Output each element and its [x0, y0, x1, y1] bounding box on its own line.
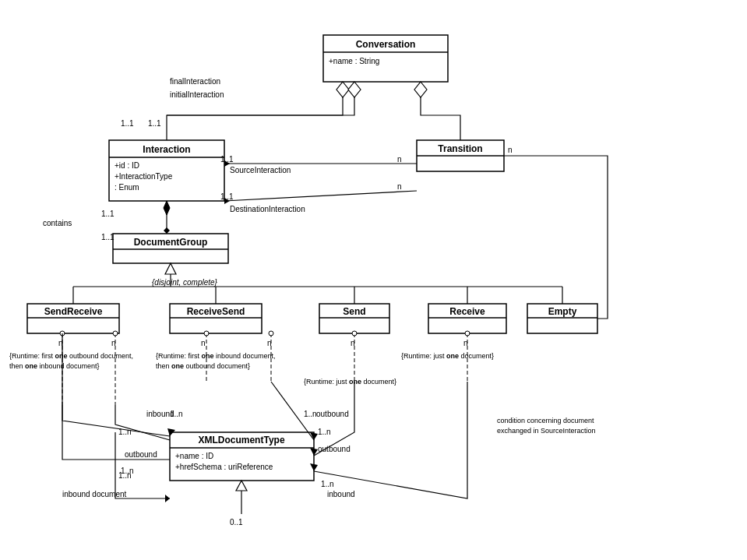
svg-point-73 — [113, 331, 118, 336]
svg-marker-36 — [337, 82, 349, 97]
svg-text:ReceiveSend: ReceiveSend — [187, 306, 245, 317]
svg-text:Empty: Empty — [548, 306, 577, 317]
svg-marker-38 — [348, 82, 361, 97]
svg-point-82 — [352, 331, 357, 336]
svg-text:1..1: 1..1 — [220, 192, 234, 201]
svg-line-47 — [224, 191, 417, 201]
svg-text:{Runtime: just one document}: {Runtime: just one document} — [304, 378, 396, 386]
svg-text:n: n — [111, 339, 116, 347]
svg-text:: Enum: : Enum — [115, 183, 139, 192]
svg-text:outbound: outbound — [318, 445, 351, 453]
svg-text:0..1: 0..1 — [230, 518, 243, 527]
svg-point-79 — [269, 331, 273, 336]
svg-text:Conversation: Conversation — [356, 39, 416, 50]
svg-text:outbound: outbound — [125, 450, 157, 459]
svg-text:n: n — [508, 146, 513, 154]
svg-text:1..1: 1..1 — [101, 210, 115, 218]
svg-marker-41 — [414, 82, 427, 97]
svg-text:inbound: inbound — [327, 490, 355, 498]
svg-text:1..1: 1..1 — [101, 233, 115, 241]
svg-text:1..n: 1..n — [318, 428, 331, 436]
svg-text:initialInteraction: initialInteraction — [170, 90, 224, 99]
svg-text:{Runtime: first one outbound d: {Runtime: first one outbound document, — [9, 352, 133, 360]
svg-text:n: n — [463, 339, 468, 347]
svg-text:exchanged in SourceInteraction: exchanged in SourceInteraction — [497, 427, 596, 435]
svg-text:n: n — [201, 339, 206, 347]
svg-text:1..n: 1..n — [304, 410, 317, 418]
svg-marker-102 — [236, 481, 247, 491]
svg-text:finalInteraction: finalInteraction — [170, 77, 220, 86]
svg-text:Transition: Transition — [438, 143, 482, 154]
svg-text:+InteractionType: +InteractionType — [115, 172, 173, 181]
svg-text:+hrefSchema : uriReference: +hrefSchema : uriReference — [175, 463, 273, 471]
svg-text:{Runtime: just one document}: {Runtime: just one document} — [401, 352, 494, 360]
svg-text:1..1: 1..1 — [121, 119, 134, 128]
svg-text:SendReceive: SendReceive — [44, 306, 103, 317]
svg-text:+id : ID: +id : ID — [115, 161, 139, 170]
svg-text:+name : String: +name : String — [329, 57, 379, 65]
svg-text:n: n — [397, 182, 402, 191]
svg-text:outbound: outbound — [316, 410, 349, 418]
svg-text:n: n — [351, 339, 355, 347]
svg-text:1..n: 1..n — [118, 428, 132, 436]
svg-text:XMLDocumentType: XMLDocumentType — [198, 435, 284, 446]
svg-marker-106 — [165, 495, 170, 502]
svg-text:DestinationInteraction: DestinationInteraction — [230, 205, 305, 213]
svg-point-85 — [465, 331, 470, 336]
svg-text:SourceInteraction: SourceInteraction — [230, 166, 291, 174]
svg-text:1..n: 1..n — [321, 480, 334, 488]
svg-text:Send: Send — [343, 306, 365, 317]
svg-marker-61 — [165, 263, 176, 274]
svg-text:{Runtime: first one inbound do: {Runtime: first one inbound document, — [156, 352, 276, 360]
svg-text:1..n: 1..n — [118, 471, 132, 480]
svg-text:contains: contains — [43, 219, 72, 227]
svg-text:condition concerning document: condition concerning document — [497, 417, 594, 424]
svg-point-78 — [204, 331, 209, 336]
svg-marker-54 — [164, 201, 170, 215]
svg-text:inbound document: inbound document — [62, 490, 127, 498]
svg-text:1..1: 1..1 — [148, 119, 161, 128]
svg-text:Receive: Receive — [449, 306, 485, 317]
diagram-canvas: Conversation +name : String Interaction … — [0, 0, 747, 560]
svg-text:DocumentGroup: DocumentGroup — [134, 237, 208, 248]
svg-text:+name : ID: +name : ID — [175, 452, 213, 460]
svg-text:n: n — [267, 339, 272, 347]
svg-text:1..n: 1..n — [170, 410, 183, 418]
svg-text:1..1: 1..1 — [220, 155, 234, 164]
svg-marker-55 — [164, 227, 170, 234]
svg-text:n: n — [397, 155, 402, 164]
svg-text:{disjoint, complete}: {disjoint, complete} — [152, 278, 218, 287]
svg-text:Interaction: Interaction — [143, 144, 190, 155]
svg-text:then one inbound document}: then one inbound document} — [9, 362, 100, 370]
svg-text:then one outbound document}: then one outbound document} — [156, 362, 250, 370]
